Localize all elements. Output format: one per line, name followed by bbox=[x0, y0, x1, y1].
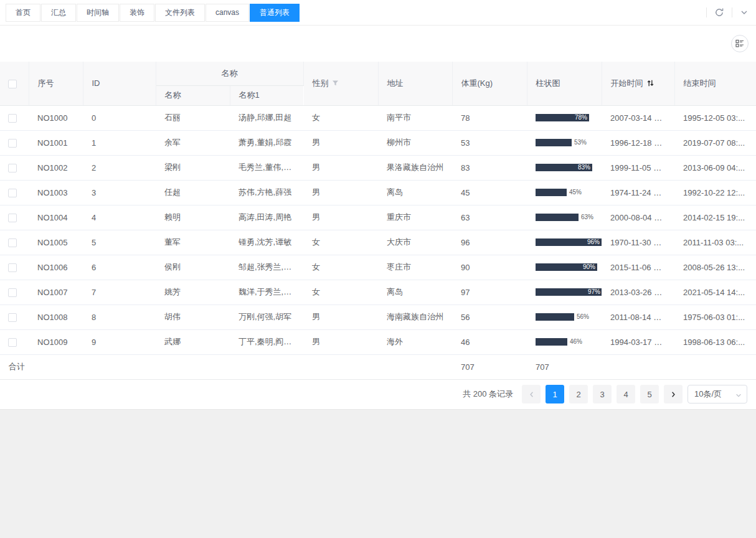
bar-chart: 90% bbox=[536, 263, 602, 271]
tab-时间轴[interactable]: 时间轴 bbox=[77, 4, 119, 22]
cell-address: 离岛 bbox=[378, 180, 452, 205]
cell-id: 1 bbox=[83, 130, 156, 155]
cell-name: 侯刚 bbox=[156, 255, 230, 280]
table-row: NO1006 6 侯刚 邹超,张秀兰,韩艳 女 枣庄市 90 90% 2015-… bbox=[0, 255, 756, 280]
cell-end: 2013-06-09 04:... bbox=[674, 155, 756, 180]
col-header-end[interactable]: 结束时间 bbox=[674, 62, 756, 105]
cell-id: 0 bbox=[83, 105, 156, 130]
cell-gender: 男 bbox=[303, 205, 378, 230]
cell-seq: NO1000 bbox=[29, 105, 83, 130]
col-header-start[interactable]: 开始时间 bbox=[602, 62, 674, 105]
col-header-weight[interactable]: 体重(Kg) bbox=[452, 62, 527, 105]
cell-weight: 45 bbox=[452, 180, 527, 205]
summary-weight-total: 707 bbox=[452, 354, 527, 379]
prev-page-button[interactable] bbox=[522, 385, 541, 404]
cell-weight: 96 bbox=[452, 230, 527, 255]
cell-bar: 56% bbox=[527, 304, 602, 329]
col-header-bar[interactable]: 柱状图 bbox=[527, 62, 602, 105]
cell-gender: 女 bbox=[303, 105, 378, 130]
cell-end: 1975-06-03 01:... bbox=[674, 304, 756, 329]
col-header-name[interactable]: 名称 bbox=[156, 85, 230, 105]
cell-address: 枣庄市 bbox=[378, 255, 452, 280]
chevron-down-icon[interactable] bbox=[740, 8, 749, 17]
col-header-address[interactable]: 地址 bbox=[378, 62, 452, 105]
row-checkbox[interactable] bbox=[8, 238, 17, 247]
page-button-3[interactable]: 3 bbox=[593, 385, 612, 404]
cell-name: 赖明 bbox=[156, 205, 230, 230]
table-row: NO1003 3 任超 苏伟,方艳,薛强 男 离岛 45 45% 1974-11… bbox=[0, 180, 756, 205]
bar-chart: 53% bbox=[536, 138, 602, 147]
tab-普通列表[interactable]: 普通列表 bbox=[250, 4, 300, 22]
page-button-2[interactable]: 2 bbox=[569, 385, 588, 404]
row-checkbox-cell bbox=[0, 205, 29, 230]
bar-fill bbox=[536, 338, 567, 346]
col-header-id[interactable]: ID bbox=[83, 62, 156, 105]
bar-label: 90% bbox=[583, 263, 595, 271]
cell-end: 2019-07-07 08:... bbox=[674, 130, 756, 155]
tab-首页[interactable]: 首页 bbox=[6, 4, 40, 22]
bar-fill bbox=[536, 214, 579, 221]
row-checkbox[interactable] bbox=[8, 214, 17, 222]
next-page-button[interactable] bbox=[664, 385, 683, 404]
select-all-checkbox[interactable] bbox=[8, 80, 17, 88]
summary-label-cell: 合计 bbox=[0, 354, 83, 379]
cell-weight: 78 bbox=[452, 105, 527, 130]
row-checkbox[interactable] bbox=[8, 313, 17, 322]
cell-weight: 53 bbox=[452, 130, 527, 155]
row-checkbox[interactable] bbox=[8, 189, 17, 197]
tab-汇总[interactable]: 汇总 bbox=[41, 4, 76, 22]
row-checkbox[interactable] bbox=[8, 114, 17, 123]
page-button-5[interactable]: 5 bbox=[640, 385, 659, 404]
custom-column-button[interactable] bbox=[731, 35, 749, 52]
cell-name1: 毛秀兰,董伟,田... bbox=[230, 155, 303, 180]
cell-weight: 97 bbox=[452, 280, 527, 304]
tab-文件列表[interactable]: 文件列表 bbox=[155, 4, 205, 22]
page-button-1[interactable]: 1 bbox=[546, 385, 564, 404]
col-header-name1[interactable]: 名称1 bbox=[230, 85, 303, 105]
tab-装饰[interactable]: 装饰 bbox=[120, 4, 154, 22]
bar-fill bbox=[536, 139, 572, 146]
col-header-seq[interactable]: 序号 bbox=[29, 62, 83, 105]
row-checkbox[interactable] bbox=[8, 139, 17, 148]
cell-start: 2013-03-26 02:... bbox=[602, 280, 674, 304]
cell-start: 2007-03-14 08:... bbox=[602, 105, 674, 130]
cell-address: 果洛藏族自治州 bbox=[378, 155, 452, 180]
refresh-icon[interactable] bbox=[714, 7, 724, 17]
page-number-list: 12345 bbox=[546, 385, 659, 404]
page-button-4[interactable]: 4 bbox=[617, 385, 635, 404]
row-checkbox[interactable] bbox=[8, 338, 17, 347]
row-checkbox[interactable] bbox=[8, 288, 17, 297]
cell-weight: 90 bbox=[452, 255, 527, 280]
cell-seq: NO1004 bbox=[29, 205, 83, 230]
table-row: NO1002 2 梁刚 毛秀兰,董伟,田... 男 果洛藏族自治州 83 83%… bbox=[0, 155, 756, 180]
summary-empty bbox=[602, 354, 674, 379]
table-footer: 合计 707 707 bbox=[0, 354, 756, 379]
cell-id: 2 bbox=[83, 155, 156, 180]
bar-chart: 83% bbox=[536, 163, 602, 172]
cell-end: 2014-02-15 19:... bbox=[674, 205, 756, 230]
row-checkbox[interactable] bbox=[8, 263, 17, 272]
sort-icon[interactable] bbox=[646, 79, 654, 87]
col-header-gender[interactable]: 性别 bbox=[303, 62, 378, 105]
row-checkbox-cell bbox=[0, 155, 29, 180]
cell-end: 2021-05-14 14:... bbox=[674, 280, 756, 304]
cell-name1: 锺勇,沈芳,谭敏 bbox=[230, 230, 303, 255]
tab-canvas[interactable]: canvas bbox=[206, 4, 249, 22]
page-size-select[interactable]: 10条/页 bbox=[687, 385, 747, 404]
filter-icon[interactable] bbox=[332, 80, 339, 87]
cell-start: 2015-11-06 10:... bbox=[602, 255, 674, 280]
cell-id: 8 bbox=[83, 304, 156, 329]
cell-name: 余军 bbox=[156, 130, 230, 155]
row-checkbox-cell bbox=[0, 180, 29, 205]
cell-name: 武娜 bbox=[156, 329, 230, 354]
cell-gender: 女 bbox=[303, 280, 378, 304]
cell-seq: NO1001 bbox=[29, 130, 83, 155]
row-checkbox[interactable] bbox=[8, 164, 17, 172]
bar-label: 78% bbox=[575, 114, 587, 121]
cell-bar: 83% bbox=[527, 155, 602, 180]
col-header-name-group-label: 名称 bbox=[222, 68, 238, 78]
row-checkbox-cell bbox=[0, 255, 29, 280]
page-size-label: 10条/页 bbox=[694, 389, 722, 400]
bar-chart: 96% bbox=[536, 238, 602, 247]
cell-bar: 90% bbox=[527, 255, 602, 280]
